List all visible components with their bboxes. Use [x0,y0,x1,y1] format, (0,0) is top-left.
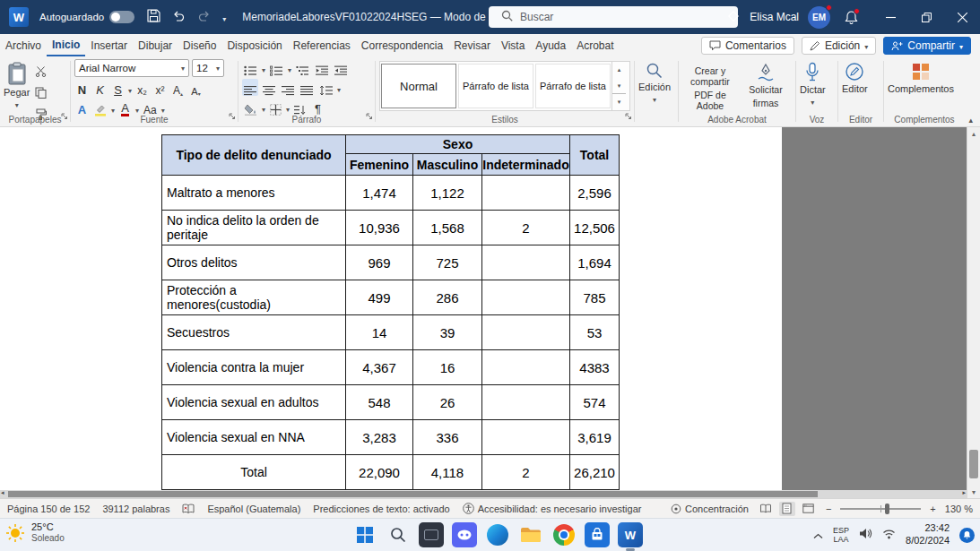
tab-insertar[interactable]: Insertar [85,34,133,56]
adobe-create-pdf-button[interactable]: Crear y compartir PDF de Adobe [682,59,738,112]
scroll-up-icon[interactable]: ▴ [967,130,980,138]
increase-indent-icon[interactable] [333,59,349,76]
tab-inicio[interactable]: Inicio [47,34,85,56]
store-icon[interactable] [585,522,610,547]
borders-icon[interactable] [268,99,283,116]
superscript-button[interactable]: x² [152,80,168,97]
focus-mode-button[interactable]: Concentración [671,504,749,514]
minimize-button[interactable] [872,0,908,34]
multilevel-list-icon[interactable] [294,59,311,76]
underline-chevron-icon[interactable] [128,82,132,96]
page-indicator[interactable]: Página 150 de 152 [7,504,90,514]
zoom-out-button[interactable]: − [826,504,831,514]
editing-mode-button[interactable]: Edición [802,37,876,55]
tab-archivo[interactable]: Archivo [0,34,47,56]
editing-menu-button[interactable]: Edición [638,59,671,112]
weather-widget[interactable]: 25°C Soleado [5,521,65,544]
horizontal-scroll-thumb[interactable] [8,491,818,497]
taskbar-search-icon[interactable] [386,522,411,547]
start-icon[interactable] [352,522,377,547]
paragraph-dialog-launcher-icon[interactable] [366,108,373,124]
styles-scroll-up-icon[interactable]: ▴ [612,62,626,78]
tab-revisar[interactable]: Revisar [448,34,496,56]
bullets-icon[interactable] [242,59,259,76]
header-type[interactable]: Tipo de delito denunciado [162,135,346,176]
tab-ayuda[interactable]: Ayuda [530,34,571,56]
comments-button[interactable]: Comentarios [701,37,794,55]
edge-icon[interactable] [485,522,510,547]
vertical-scrollbar[interactable]: ▴ ▾ [967,127,980,498]
read-mode-icon[interactable] [758,502,774,516]
web-layout-icon[interactable] [801,502,817,516]
customize-qat-chevron-icon[interactable] [222,10,226,24]
terminal-app-icon[interactable] [419,522,444,547]
align-right-icon[interactable] [280,79,296,96]
horizontal-scrollbar[interactable]: ◂ ▸ [0,490,967,498]
styles-dialog-launcher-icon[interactable] [625,108,632,124]
align-left-icon[interactable] [242,79,258,96]
network-icon[interactable] [882,527,896,543]
autosave-toggle[interactable] [109,11,134,23]
numbering-icon[interactable] [268,59,285,76]
copy-icon[interactable] [35,86,47,102]
zoom-slider[interactable] [840,508,921,510]
dictate-button[interactable]: Dictar [800,59,826,112]
language-indicator[interactable]: Español (Guatemala) [207,504,300,514]
tab-referencias[interactable]: Referencias [288,34,356,56]
header-sexo[interactable]: Sexo [346,135,570,154]
justify-icon[interactable] [299,79,315,96]
vertical-scroll-thumb[interactable] [969,450,978,478]
change-case-chevron-icon[interactable] [161,101,165,116]
redo-icon[interactable] [197,9,211,25]
style-parrafo-lista-1[interactable]: Párrafo de lista [458,64,533,108]
volume-icon[interactable] [859,527,872,543]
grow-font-button[interactable]: A [170,80,186,97]
clipboard-dialog-launcher-icon[interactable] [61,108,68,124]
collapse-ribbon-chevron-icon[interactable]: ▴ [968,116,973,125]
decrease-indent-icon[interactable] [314,59,330,76]
font-dialog-launcher-icon[interactable] [229,108,236,124]
scroll-down-icon[interactable]: ▾ [967,488,980,496]
numbering-chevron-icon[interactable] [288,61,291,75]
sort-icon[interactable] [292,99,308,116]
save-icon[interactable] [147,9,160,26]
style-normal[interactable]: Normal [381,64,456,108]
header-masculino[interactable]: Masculino [413,154,482,176]
notifications-bell-icon[interactable] [845,10,858,24]
undo-icon[interactable] [172,9,186,25]
align-center-icon[interactable] [261,79,277,96]
bullets-chevron-icon[interactable] [262,61,265,75]
header-indeterminado[interactable]: Indeterminado [482,154,570,176]
accessibility-status[interactable]: Accesibilidad: es necesario investigar [463,503,642,514]
borders-chevron-icon[interactable] [286,100,290,115]
file-explorer-icon[interactable] [518,522,543,547]
zoom-slider-knob[interactable] [885,504,889,514]
text-predictions-indicator[interactable]: Predicciones de texto: activado [313,504,449,514]
restore-button[interactable] [908,0,944,34]
print-layout-icon[interactable] [779,502,795,516]
autosave-control[interactable]: Autoguardado [39,11,134,23]
styles-scroll-down-icon[interactable]: ▾ [612,78,626,94]
tab-correspondencia[interactable]: Correspondencia [356,34,448,56]
notification-badge[interactable] [959,528,975,543]
show-marks-button[interactable]: ¶ [310,99,325,116]
tab-dibujar[interactable]: Dibujar [133,34,178,56]
styles-gallery-more-icon[interactable]: ▾ [612,93,626,110]
style-parrafo-lista-2[interactable]: Párrafo de lista [535,64,611,108]
close-button[interactable] [944,0,980,34]
font-name-select[interactable]: Arial Narrow [74,59,189,77]
zoom-in-button[interactable]: + [930,504,935,514]
diamond-icon[interactable] [728,9,739,25]
tab-diseno[interactable]: Diseño [178,34,221,56]
header-femenino[interactable]: Femenino [346,154,413,176]
font-size-select[interactable]: 12 [192,59,224,77]
avatar[interactable]: EM [808,6,830,29]
scroll-right-icon[interactable]: ▸ [962,489,966,496]
highlight-chevron-icon[interactable] [111,101,115,116]
italic-button[interactable]: K [92,80,108,97]
scroll-left-icon[interactable]: ◂ [1,489,4,496]
word-taskbar-icon[interactable]: W [618,522,643,547]
chrome-icon[interactable] [551,522,577,547]
taskbar-clock[interactable]: 23:42 8/02/2024 [906,522,950,547]
line-spacing-icon[interactable] [317,79,334,96]
